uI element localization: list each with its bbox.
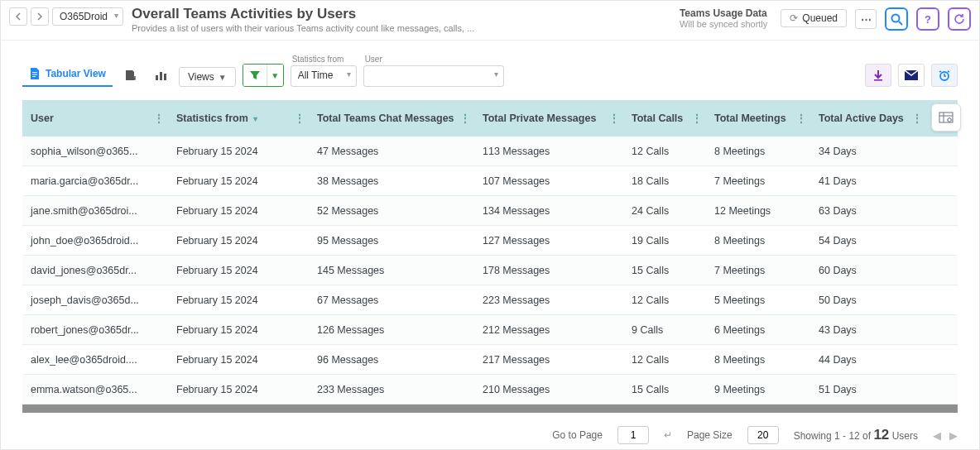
- cell-chat: 38 Messages: [309, 175, 474, 187]
- queued-button[interactable]: ⟳ Queued: [781, 9, 847, 27]
- cell-priv: 127 Messages: [474, 235, 623, 247]
- document-icon: [29, 67, 41, 80]
- col-stats-from[interactable]: Statistics from▾⋮: [168, 100, 309, 136]
- source-select[interactable]: O365Droid: [52, 7, 123, 26]
- filter-button[interactable]: [243, 65, 267, 86]
- cell-priv: 212 Messages: [474, 324, 623, 336]
- cell-days: 41 Days: [810, 175, 926, 187]
- stats-from-label: Statistics from: [291, 55, 357, 64]
- cell-user: joseph_davis@o365d...: [22, 294, 168, 306]
- cell-calls: 24 Calls: [623, 205, 706, 217]
- table-row[interactable]: robert_jones@o365dr...February 15 202412…: [22, 315, 958, 345]
- table-row[interactable]: david_jones@o365dr...February 15 2024145…: [22, 256, 958, 285]
- col-chat-msgs[interactable]: Total Teams Chat Messages⋮: [309, 100, 474, 136]
- export-icon-button[interactable]: [119, 64, 142, 87]
- col-menu-icon[interactable]: ⋮: [795, 112, 807, 125]
- enter-icon[interactable]: ↵: [664, 429, 672, 441]
- col-menu-icon[interactable]: ⋮: [911, 112, 923, 125]
- table-header: User⋮ Statistics from▾⋮ Total Teams Chat…: [22, 100, 958, 136]
- col-menu-icon[interactable]: ⋮: [691, 112, 703, 125]
- cell-user: david_jones@o365dr...: [22, 265, 168, 276]
- col-menu-icon[interactable]: ⋮: [294, 112, 305, 125]
- cell-meet: 7 Meetings: [706, 175, 810, 187]
- goto-page-input[interactable]: [617, 426, 649, 444]
- page-subtitle: Provides a list of users with their vari…: [132, 23, 671, 33]
- sort-asc-icon: ▾: [253, 114, 257, 123]
- cell-priv: 113 Messages: [474, 146, 623, 157]
- queued-label: Queued: [802, 12, 838, 24]
- cell-calls: 12 Calls: [623, 354, 706, 366]
- page-next-button[interactable]: ▶: [949, 429, 958, 442]
- horizontal-scrollbar[interactable]: [22, 405, 958, 413]
- tab-tabular-view[interactable]: Tabular View: [22, 62, 113, 87]
- filter-dropdown[interactable]: ▼: [267, 65, 283, 86]
- cell-stat: February 15 2024: [168, 235, 309, 247]
- caret-down-icon: ▼: [219, 73, 227, 82]
- page-size-label: Page Size: [687, 429, 733, 441]
- svg-rect-2: [32, 72, 37, 73]
- source-select-label: O365Droid: [60, 11, 108, 22]
- cell-chat: 47 Messages: [309, 146, 474, 157]
- views-dropdown[interactable]: Views ▼: [179, 67, 236, 87]
- email-button[interactable]: [898, 64, 925, 87]
- col-menu-icon[interactable]: ⋮: [608, 112, 620, 125]
- cell-user: alex_lee@o365droid....: [22, 354, 168, 366]
- svg-rect-5: [156, 75, 158, 80]
- col-menu-icon[interactable]: ⋮: [459, 112, 471, 125]
- cell-days: 54 Days: [810, 235, 926, 247]
- more-actions-button[interactable]: ⋯: [855, 9, 877, 29]
- table-row[interactable]: jane.smith@o365droi...February 15 202452…: [22, 196, 958, 226]
- cell-days: 63 Days: [810, 205, 926, 217]
- col-private-msgs[interactable]: Total Private Messages⋮: [474, 100, 623, 136]
- svg-rect-8: [874, 79, 882, 81]
- cell-stat: February 15 2024: [168, 205, 309, 217]
- cell-user: maria.garcia@o365dr...: [22, 175, 168, 187]
- cell-priv: 178 Messages: [474, 265, 623, 276]
- cell-priv: 223 Messages: [474, 294, 623, 306]
- nav-forward-button[interactable]: [31, 7, 49, 26]
- cell-days: 50 Days: [810, 294, 926, 306]
- search-button[interactable]: [885, 7, 908, 31]
- page-size-input[interactable]: [747, 426, 779, 444]
- cell-meet: 12 Meetings: [706, 205, 810, 217]
- col-meetings[interactable]: Total Meetings⋮: [706, 100, 810, 136]
- cell-priv: 107 Messages: [474, 175, 623, 187]
- page-title: Overall Teams Activities by Users: [132, 6, 671, 22]
- cell-priv: 134 Messages: [474, 205, 623, 217]
- cell-meet: 9 Meetings: [706, 384, 810, 395]
- cycle-button[interactable]: [948, 7, 971, 31]
- cell-chat: 95 Messages: [309, 235, 474, 247]
- column-settings-button[interactable]: [931, 103, 961, 132]
- col-user[interactable]: User⋮: [22, 100, 168, 136]
- schedule-button[interactable]: [931, 64, 958, 87]
- nav-back-button[interactable]: [9, 7, 27, 26]
- col-active-days[interactable]: Total Active Days⋮: [810, 100, 926, 136]
- table-row[interactable]: emma.watson@o365...February 15 2024233 M…: [22, 375, 958, 405]
- table-row[interactable]: joseph_davis@o365d...February 15 202467 …: [22, 285, 958, 315]
- chart-icon-button[interactable]: [149, 64, 172, 87]
- cell-meet: 5 Meetings: [706, 294, 810, 306]
- stats-from-select[interactable]: All Time: [291, 65, 357, 87]
- cell-calls: 12 Calls: [623, 294, 706, 306]
- cell-priv: 210 Messages: [474, 384, 623, 395]
- col-menu-icon[interactable]: ⋮: [153, 112, 165, 125]
- cell-meet: 8 Meetings: [706, 235, 810, 247]
- col-calls[interactable]: Total Calls⋮: [623, 100, 706, 136]
- cell-stat: February 15 2024: [168, 354, 309, 366]
- table-row[interactable]: alex_lee@o365droid....February 15 202496…: [22, 345, 958, 375]
- table-row[interactable]: john_doe@o365droid...February 15 202495 …: [22, 226, 958, 256]
- download-button[interactable]: [865, 64, 891, 87]
- user-filter-select[interactable]: [363, 65, 504, 87]
- table-row[interactable]: maria.garcia@o365dr...February 15 202438…: [22, 166, 958, 196]
- help-button[interactable]: ?: [916, 7, 939, 31]
- cell-days: 51 Days: [810, 384, 926, 395]
- cell-calls: 19 Calls: [623, 235, 706, 247]
- cell-calls: 15 Calls: [623, 384, 706, 395]
- cell-meet: 8 Meetings: [706, 354, 810, 366]
- cell-stat: February 15 2024: [168, 324, 309, 336]
- page-prev-button[interactable]: ◀: [933, 429, 941, 442]
- svg-rect-3: [32, 74, 37, 75]
- table-row[interactable]: sophia_wilson@o365...February 15 202447 …: [22, 136, 958, 166]
- cell-user: emma.watson@o365...: [22, 384, 168, 395]
- svg-rect-4: [32, 76, 36, 77]
